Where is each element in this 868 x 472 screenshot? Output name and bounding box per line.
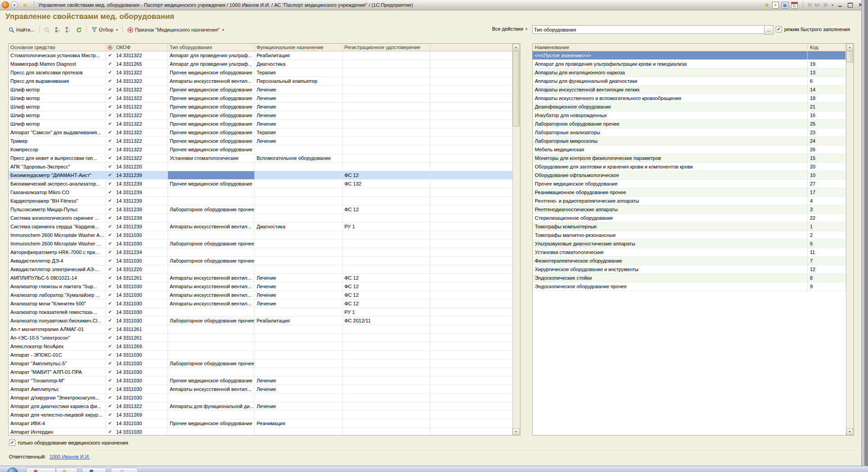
cell-type[interactable]: Прочее медицинское оборудование bbox=[168, 180, 255, 188]
cell-fill[interactable] bbox=[430, 180, 513, 188]
cell-reg[interactable] bbox=[343, 377, 430, 385]
cell-okof[interactable]: 14 3311030 bbox=[114, 394, 168, 402]
cell-fill[interactable] bbox=[430, 265, 513, 274]
cell-type[interactable]: Лабораторное оборудование прочее bbox=[168, 317, 255, 325]
cell-chk[interactable]: ✔ bbox=[106, 128, 114, 137]
column-header-medical-flag[interactable] bbox=[106, 44, 114, 51]
refresh-button[interactable] bbox=[74, 26, 84, 34]
cell-fill[interactable] bbox=[430, 291, 513, 300]
cell-type[interactable] bbox=[168, 163, 255, 171]
cell-tcode[interactable]: 18 bbox=[808, 94, 846, 103]
cell-func[interactable] bbox=[255, 325, 343, 334]
cell-tname[interactable]: Лабораторные микроскопы bbox=[533, 137, 808, 145]
cell-name[interactable]: Ап-тЭС-10-5 "электросон" bbox=[9, 334, 106, 342]
equipment-row[interactable]: Аппарат д/хирургии "Электрокоагуля...✔14… bbox=[9, 394, 513, 402]
equipment-row[interactable]: Пресс для загипсовки протезов✔14 3311322… bbox=[9, 68, 513, 77]
find-button[interactable]: Найти... bbox=[6, 26, 37, 34]
cell-type[interactable]: Аппараты инскусственной вентил... bbox=[168, 291, 255, 300]
cell-fill[interactable] bbox=[430, 402, 513, 411]
cell-okof[interactable]: 14 3311234 bbox=[114, 248, 168, 257]
equipment-row[interactable]: Анализатор полуавтомат.биохимич.Cl...✔14… bbox=[9, 317, 513, 325]
cell-name[interactable]: Биохимический экспресс-анализатор... bbox=[9, 180, 106, 188]
cell-fill[interactable] bbox=[430, 351, 513, 359]
minimize-button[interactable] bbox=[836, 2, 844, 9]
type-row[interactable]: Томографы компьютерные1 bbox=[533, 222, 846, 231]
cell-type[interactable]: Прочее медицинское оборудование bbox=[168, 137, 255, 145]
cell-func[interactable] bbox=[255, 145, 343, 154]
cell-tcode[interactable]: 1 bbox=[808, 222, 846, 231]
cell-name[interactable]: Шлиф мотор bbox=[9, 111, 106, 120]
cell-fill[interactable] bbox=[430, 274, 513, 282]
cell-chk[interactable]: ✔ bbox=[106, 137, 114, 145]
equipment-row[interactable]: Пресс для выравнивания✔14 3311322Аппарат… bbox=[9, 77, 513, 86]
only-medical-checkbox[interactable] bbox=[9, 440, 15, 446]
cell-name[interactable]: Аппарат "МАВИТ" АЛП-01-ПРА bbox=[9, 368, 106, 377]
medical-attribute-button[interactable]: Признак "Медицинского назначения" bbox=[125, 26, 226, 34]
cell-chk[interactable]: ✔ bbox=[106, 265, 114, 274]
calendar-icon[interactable] bbox=[791, 2, 798, 9]
cell-name[interactable]: Аппарат Амплипульс bbox=[9, 385, 106, 394]
equipment-row[interactable]: Кардиотренажер "BH Fitness"✔14 3311239 bbox=[9, 197, 513, 205]
cell-okof[interactable]: 14 3311322 bbox=[114, 154, 168, 163]
cell-okof[interactable]: 14 3311030 bbox=[114, 419, 168, 428]
equipment-row[interactable]: Шлиф мотор✔14 3311322Прочее медицинское … bbox=[9, 103, 513, 111]
cell-name[interactable]: АМПЛИПУЛЬС-5 0801021-14 bbox=[9, 274, 106, 282]
cell-tname[interactable]: Аппараты инскусственной вентиляции легки… bbox=[533, 86, 808, 94]
cell-name[interactable]: Аквадистиллятор электрический АЭ-... bbox=[9, 265, 106, 274]
scroll-down-icon[interactable]: ▼ bbox=[513, 428, 520, 435]
type-row[interactable]: Дезинфекционное оборудование21 bbox=[533, 103, 846, 111]
cell-chk[interactable]: ✔ bbox=[106, 103, 114, 111]
type-row[interactable]: Установки стоматологические11 bbox=[533, 248, 846, 257]
start-button[interactable] bbox=[7, 467, 18, 472]
cell-okof[interactable]: 14 3311261 bbox=[114, 274, 168, 282]
cell-func[interactable]: Персональный компьютер bbox=[255, 77, 343, 86]
cell-chk[interactable]: ✔ bbox=[106, 419, 114, 428]
cell-tname[interactable]: Мониторы для контроля физиологических па… bbox=[533, 154, 808, 163]
cell-type[interactable] bbox=[168, 334, 255, 342]
cell-tname[interactable]: Стерилизационное оборудование bbox=[533, 214, 808, 222]
cell-fill[interactable] bbox=[430, 359, 513, 368]
cell-name[interactable]: Аппарат "Тонзиллор-М" bbox=[9, 377, 106, 385]
cell-reg[interactable]: РУ 1 bbox=[343, 222, 430, 231]
cell-reg[interactable]: ФС 2012/11 bbox=[343, 317, 430, 325]
cell-chk[interactable]: ✔ bbox=[106, 111, 114, 120]
equipment-row[interactable]: Шлиф мотор✔14 3311322Прочее медицинское … bbox=[9, 111, 513, 120]
cell-fill[interactable] bbox=[430, 325, 513, 334]
cell-name[interactable]: Маммограф Mamro Diagnost bbox=[9, 60, 106, 68]
cell-fill[interactable] bbox=[430, 411, 513, 419]
cell-name[interactable]: Система ангиологического скрининг ... bbox=[9, 214, 106, 222]
cell-okof[interactable]: 14 3311239 bbox=[114, 180, 168, 188]
cell-tcode[interactable]: 5 bbox=[808, 240, 846, 248]
cell-chk[interactable]: ✔ bbox=[106, 300, 114, 308]
type-row[interactable]: Мониторы для контроля физиологических па… bbox=[533, 154, 846, 163]
cell-reg[interactable]: ФС 12 bbox=[343, 274, 430, 282]
cell-name[interactable]: АПК "Здоровье-Экспресс" bbox=[9, 163, 106, 171]
cell-name[interactable]: Тример bbox=[9, 137, 106, 145]
cell-type[interactable]: Аппарат для проведения ультраф... bbox=[168, 60, 255, 68]
cell-reg[interactable] bbox=[343, 428, 430, 436]
cell-chk[interactable]: ✔ bbox=[106, 317, 114, 325]
column-header-asset[interactable]: Основное средство bbox=[9, 44, 106, 51]
cell-func[interactable]: Лечение bbox=[255, 120, 343, 128]
cell-okof[interactable]: 14 3311322 bbox=[114, 402, 168, 411]
cell-okof[interactable]: 14 3311322 bbox=[114, 137, 168, 145]
cell-name[interactable]: Аппарат "Самсон" для выдавливания... bbox=[9, 128, 106, 137]
cell-fill[interactable] bbox=[430, 231, 513, 240]
cell-fill[interactable] bbox=[430, 111, 513, 120]
equipment-row[interactable]: Аквадистиллятор ДЭ-4✔14 3311030Лаборатор… bbox=[9, 257, 513, 265]
cell-func[interactable]: Терапия bbox=[255, 128, 343, 137]
cell-name[interactable]: Стоматологическая установка Мистр... bbox=[9, 51, 106, 60]
type-row[interactable]: Аппарат для проведения ультрафильтрации … bbox=[533, 60, 846, 68]
cell-fill[interactable] bbox=[430, 385, 513, 394]
cell-fill[interactable] bbox=[430, 300, 513, 308]
cell-fill[interactable] bbox=[430, 428, 513, 436]
cell-tname[interactable]: Прочее медицинское оборудование bbox=[533, 180, 808, 188]
cell-name[interactable]: Биоимпедасметр "ДИАМАНТ-Аист" bbox=[9, 171, 106, 180]
cell-chk[interactable]: ✔ bbox=[106, 154, 114, 163]
cell-func[interactable] bbox=[255, 368, 343, 377]
all-actions-button[interactable]: Все действия bbox=[492, 26, 527, 32]
equipment-row[interactable]: Пресс для кювет и выпрессовки гип...✔14 … bbox=[9, 154, 513, 163]
cell-fill[interactable] bbox=[430, 240, 513, 248]
cell-tname[interactable]: Лабораторные анализаторы bbox=[533, 128, 808, 137]
cell-fill[interactable] bbox=[430, 188, 513, 197]
